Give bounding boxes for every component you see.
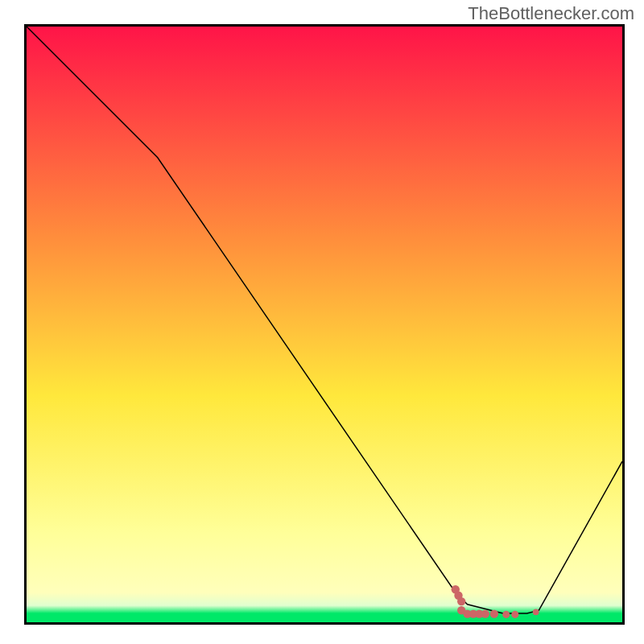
data-marker bbox=[502, 611, 510, 618]
chart-svg bbox=[27, 27, 622, 622]
data-marker bbox=[457, 597, 465, 605]
data-marker bbox=[481, 609, 489, 617]
plot-area bbox=[24, 24, 625, 625]
data-marker bbox=[533, 609, 539, 616]
watermark-label: TheBottlenecker.com bbox=[468, 3, 634, 24]
data-marker bbox=[490, 609, 498, 617]
data-marker bbox=[511, 611, 518, 618]
chart-container: TheBottlenecker.com bbox=[0, 0, 644, 644]
